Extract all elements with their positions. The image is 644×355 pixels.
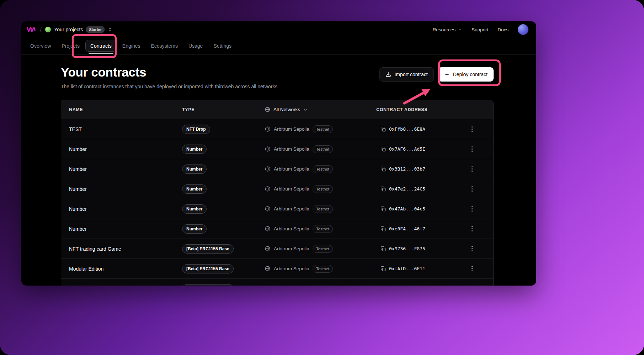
copy-address-button[interactable] xyxy=(380,126,386,132)
chevron-down-icon xyxy=(303,107,308,112)
address-cell: 0xfAfD...6F11 xyxy=(376,266,451,272)
project-selector[interactable]: Your projects Starter xyxy=(45,26,112,33)
nav-tab-label: Overview xyxy=(30,43,51,49)
globe-icon xyxy=(265,146,271,152)
nav-tab[interactable]: Usage xyxy=(183,40,208,52)
contract-name: Modular Edition xyxy=(61,266,182,272)
row-menu-button[interactable] xyxy=(469,163,475,174)
table-row[interactable]: NFT trading card Game [Beta] ERC1155 Bas… xyxy=(61,239,493,259)
resources-menu[interactable]: Resources xyxy=(432,27,462,32)
row-menu-button[interactable] xyxy=(469,203,475,214)
copy-address-button[interactable] xyxy=(380,166,386,172)
copy-address-button[interactable] xyxy=(380,206,386,212)
breadcrumb-separator: / xyxy=(40,26,42,33)
row-menu-button[interactable] xyxy=(469,124,475,135)
support-link[interactable]: Support xyxy=(472,27,488,32)
nav-tab[interactable]: Projects xyxy=(57,40,85,52)
contract-type-badge: Number xyxy=(182,204,207,214)
contract-address: 0x9736...F875 xyxy=(389,246,425,251)
copy-address-button[interactable] xyxy=(380,266,386,272)
import-contract-label: Import contract xyxy=(394,72,427,77)
table-row-partial[interactable]: [Beta] ERC1155 Base xyxy=(61,278,493,286)
user-avatar[interactable] xyxy=(518,24,528,35)
nav-tab[interactable]: Settings xyxy=(208,40,236,52)
address-cell: 0xe0FA...46f7 xyxy=(376,226,451,232)
contract-type-badge: [Beta] ERC1155 Base xyxy=(182,284,234,286)
network-name: Arbitrum Sepolia xyxy=(274,206,309,212)
nav-tab[interactable]: Contracts xyxy=(85,40,117,52)
network-name: Arbitrum Sepolia xyxy=(274,266,309,271)
contract-address: 0x7AF6...Ad5E xyxy=(389,146,425,152)
nav-tab[interactable]: Overview xyxy=(25,40,56,52)
nav-tab-label: Projects xyxy=(62,43,80,49)
column-header-type: TYPE xyxy=(182,107,265,112)
project-avatar-dot xyxy=(45,27,51,32)
copy-icon xyxy=(380,186,386,192)
copy-icon xyxy=(380,166,386,172)
network-name: Arbitrum Sepolia xyxy=(274,146,309,152)
table-row[interactable]: Number Number Arbitrum Sepolia Testnet xyxy=(61,199,493,219)
contract-address: 0xfAfD...6F11 xyxy=(389,266,425,271)
globe-icon xyxy=(265,246,271,252)
contract-type-badge: Number xyxy=(182,145,207,154)
copy-icon xyxy=(380,226,386,232)
table-row[interactable]: Number Number Arbitrum Sepolia Testnet xyxy=(61,219,493,239)
docs-label: Docs xyxy=(497,27,509,32)
network-name: Arbitrum Sepolia xyxy=(274,186,309,192)
plus-icon xyxy=(444,72,450,77)
copy-address-button[interactable] xyxy=(380,226,386,232)
row-menu-button[interactable] xyxy=(469,223,475,234)
table-row[interactable]: TEST NFT Drop Arbitrum Sepolia Testnet xyxy=(61,119,493,139)
page-header: Your contracts The list of contract inst… xyxy=(61,65,494,89)
copy-address-button[interactable] xyxy=(380,186,386,192)
network-filter-label: All Networks xyxy=(273,107,300,112)
copy-icon xyxy=(380,246,386,252)
copy-address-button[interactable] xyxy=(380,146,386,152)
contract-type-badge: Number xyxy=(182,184,207,194)
network-cell: Arbitrum Sepolia Testnet xyxy=(265,145,376,153)
contract-name: Number xyxy=(61,226,182,232)
nav-tab[interactable]: Ecosystems xyxy=(146,40,182,52)
table-row[interactable]: Modular Edition [Beta] ERC1155 Base Arbi… xyxy=(61,259,493,278)
network-cell: Arbitrum Sepolia Testnet xyxy=(265,205,376,213)
network-name: Arbitrum Sepolia xyxy=(274,226,309,231)
page-title: Your contracts xyxy=(61,65,277,79)
download-icon xyxy=(385,72,391,77)
network-name: Arbitrum Sepolia xyxy=(274,246,309,251)
thirdweb-logo-icon xyxy=(26,26,36,33)
nav-tab-label: Ecosystems xyxy=(151,43,177,49)
row-menu-button[interactable] xyxy=(469,143,475,155)
table-row[interactable]: Number Number Arbitrum Sepolia Testnet xyxy=(61,179,493,199)
plan-badge: Starter xyxy=(86,26,104,33)
testnet-badge: Testnet xyxy=(313,125,333,133)
copy-icon xyxy=(380,126,386,132)
network-filter-dropdown[interactable]: All Networks xyxy=(265,106,308,113)
nav-tabs: Overview Projects Contracts Engines Ecos… xyxy=(21,38,536,54)
globe-icon xyxy=(265,226,271,232)
nav-tab[interactable]: Engines xyxy=(117,40,145,52)
row-menu-button[interactable] xyxy=(469,263,475,274)
testnet-badge: Testnet xyxy=(313,165,333,173)
row-menu-button[interactable] xyxy=(469,183,475,194)
copy-address-button[interactable] xyxy=(380,246,386,252)
table-header-row: NAME TYPE All Networks C xyxy=(61,100,493,119)
table-row[interactable]: Number Number Arbitrum Sepolia Testnet xyxy=(61,139,493,159)
contract-name: Number xyxy=(61,186,182,192)
network-cell: Arbitrum Sepolia Testnet xyxy=(265,265,376,273)
copy-icon xyxy=(380,266,386,272)
testnet-badge: Testnet xyxy=(313,145,333,153)
nav-tab-label: Engines xyxy=(122,43,140,49)
nav-tab-label: Usage xyxy=(188,43,203,49)
row-menu-button[interactable] xyxy=(469,243,475,254)
contracts-table: NAME TYPE All Networks C xyxy=(61,100,494,286)
import-contract-button[interactable]: Import contract xyxy=(379,67,433,82)
docs-link[interactable]: Docs xyxy=(497,27,509,32)
globe-icon xyxy=(265,266,271,272)
address-cell: 0x7AF6...Ad5E xyxy=(376,146,451,152)
page-subtitle: The list of contract instances that you … xyxy=(61,84,277,89)
contract-address: 0x3B12...03b7 xyxy=(389,166,425,172)
contract-type-badge: NFT Drop xyxy=(182,125,210,134)
deploy-contract-button[interactable]: Deploy contract xyxy=(438,67,494,82)
address-cell: 0xFfb8...6E8A xyxy=(376,126,451,132)
table-row[interactable]: Number Number Arbitrum Sepolia Testnet xyxy=(61,159,493,179)
